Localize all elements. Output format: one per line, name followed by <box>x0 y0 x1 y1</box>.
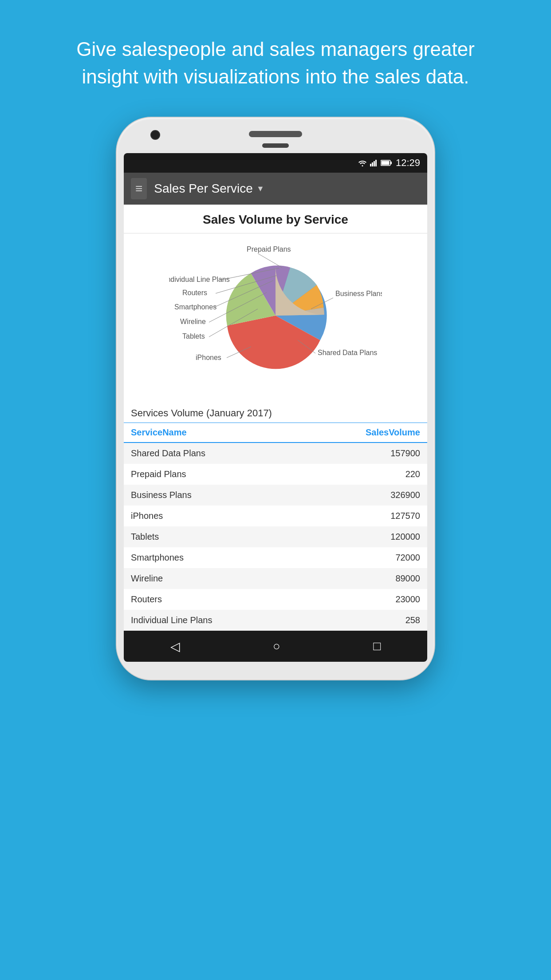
table-subtitle: Services Volume (January 2017) <box>124 402 427 423</box>
earpiece <box>262 143 289 148</box>
cell-sales-volume: 23000 <box>300 589 427 610</box>
battery-icon <box>381 160 392 166</box>
cell-service-name: Routers <box>124 589 300 610</box>
signal-icon <box>370 159 378 166</box>
svg-rect-2 <box>374 161 375 166</box>
table-section: Services Volume (January 2017) ServiceNa… <box>124 402 427 631</box>
cell-sales-volume: 120000 <box>300 526 427 547</box>
camera <box>150 130 160 140</box>
label-tablets: Tablets <box>182 332 205 340</box>
table-header-row: ServiceName SalesVolume <box>124 423 427 443</box>
nav-bar: ◁ ○ □ <box>124 631 427 662</box>
table-row: Individual Line Plans258 <box>124 610 427 631</box>
recents-nav-icon[interactable]: □ <box>373 639 381 653</box>
cell-sales-volume: 72000 <box>300 547 427 568</box>
cell-service-name: Shared Data Plans <box>124 443 300 464</box>
label-business-plans: Business Plans <box>335 290 382 297</box>
table-row: Shared Data Plans157900 <box>124 443 427 464</box>
label-routers: Routers <box>182 289 207 296</box>
app-title: Sales Per Service ▼ <box>154 182 264 196</box>
cell-service-name: Prepaid Plans <box>124 464 300 485</box>
cell-sales-volume: 157900 <box>300 443 427 464</box>
status-bar: 12:29 <box>124 153 427 173</box>
dropdown-arrow-icon[interactable]: ▼ <box>256 184 264 194</box>
cell-service-name: Individual Line Plans <box>124 610 300 631</box>
app-bar: ≡ Sales Per Service ▼ <box>124 173 427 205</box>
cell-sales-volume: 326900 <box>300 485 427 506</box>
label-individual: Individual Line Plans <box>169 276 230 283</box>
app-title-text: Sales Per Service <box>154 182 253 196</box>
chart-title: Sales Volume by Service <box>124 205 427 233</box>
back-nav-icon[interactable]: ◁ <box>170 639 180 654</box>
table-row: Routers23000 <box>124 589 427 610</box>
table-row: Prepaid Plans220 <box>124 464 427 485</box>
label-prepaid: Prepaid Plans <box>247 245 291 253</box>
status-time: 12:29 <box>396 157 420 169</box>
pie-chart-svg: Business Plans Shared Data Plans iPhones… <box>169 240 382 391</box>
cell-service-name: Tablets <box>124 526 300 547</box>
svg-rect-6 <box>381 161 389 165</box>
table-row: Wireline89000 <box>124 568 427 589</box>
label-wireline: Wireline <box>180 318 206 325</box>
wifi-icon <box>358 159 367 166</box>
svg-rect-3 <box>375 160 377 166</box>
table-row: Smartphones72000 <box>124 547 427 568</box>
cell-sales-volume: 127570 <box>300 506 427 526</box>
phone-bottom <box>124 662 427 671</box>
col-sales-volume: SalesVolume <box>300 423 427 443</box>
table-row: iPhones127570 <box>124 506 427 526</box>
sales-table: ServiceName SalesVolume Shared Data Plan… <box>124 423 427 631</box>
pie-chart-container: Business Plans Shared Data Plans iPhones… <box>128 242 423 389</box>
cell-service-name: iPhones <box>124 506 300 526</box>
cell-sales-volume: 89000 <box>300 568 427 589</box>
headline: Give salespeople and sales managers grea… <box>0 36 551 90</box>
table-row: Tablets120000 <box>124 526 427 547</box>
table-row: Business Plans326900 <box>124 485 427 506</box>
home-nav-icon[interactable]: ○ <box>273 639 280 653</box>
svg-rect-0 <box>370 164 371 166</box>
phone-screen: 12:29 ≡ Sales Per Service ▼ Sales Volume… <box>124 153 427 662</box>
cell-sales-volume: 258 <box>300 610 427 631</box>
cell-sales-volume: 220 <box>300 464 427 485</box>
phone-top <box>124 126 427 137</box>
label-shared-data: Shared Data Plans <box>318 349 377 356</box>
col-service-name: ServiceName <box>124 423 300 443</box>
svg-rect-5 <box>390 162 392 164</box>
cell-service-name: Smartphones <box>124 547 300 568</box>
cell-service-name: Business Plans <box>124 485 300 506</box>
label-iphones: iPhones <box>196 354 221 361</box>
table-body: Shared Data Plans157900Prepaid Plans220B… <box>124 443 427 631</box>
speaker <box>249 131 302 137</box>
status-icons <box>358 159 392 166</box>
label-line-prepaid <box>258 253 282 268</box>
cell-service-name: Wireline <box>124 568 300 589</box>
hamburger-menu-icon[interactable]: ≡ <box>131 178 147 199</box>
svg-rect-1 <box>372 162 373 166</box>
label-smartphones: Smartphones <box>174 303 216 311</box>
phone-mockup: 12:29 ≡ Sales Per Service ▼ Sales Volume… <box>116 117 435 680</box>
pie-chart-area: Business Plans Shared Data Plans iPhones… <box>124 233 427 402</box>
